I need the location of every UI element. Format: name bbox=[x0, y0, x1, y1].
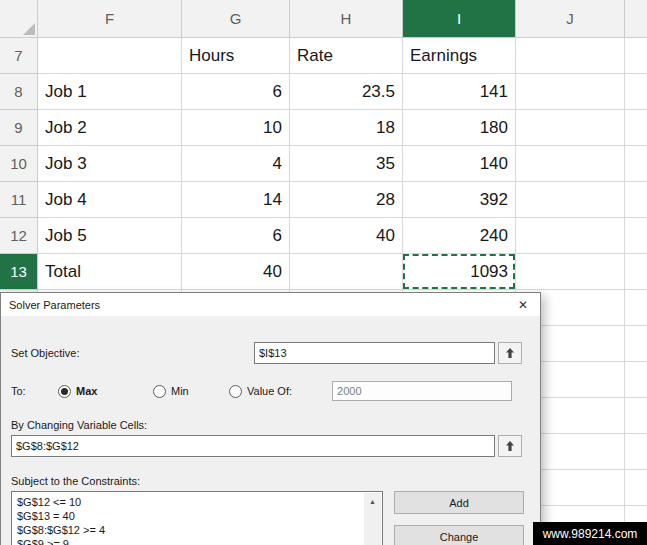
close-icon[interactable]: ✕ bbox=[506, 293, 540, 316]
cell-j12[interactable] bbox=[516, 218, 625, 254]
cell[interactable] bbox=[625, 398, 647, 434]
cell-g11[interactable]: 14 bbox=[182, 182, 290, 218]
cell-j7[interactable] bbox=[516, 38, 625, 74]
cell-h11[interactable]: 28 bbox=[290, 182, 403, 218]
column-header-f[interactable]: F bbox=[38, 0, 182, 38]
dialog-body: Set Objective: To: Max Min Value Of: By … bbox=[1, 342, 540, 545]
cell-g10[interactable]: 4 bbox=[182, 146, 290, 182]
cell-i7[interactable]: Earnings bbox=[403, 38, 516, 74]
solver-parameters-dialog: Solver Parameters ✕ Set Objective: To: M… bbox=[0, 292, 541, 545]
row-header-10[interactable]: 10 bbox=[0, 146, 38, 182]
constraint-item[interactable]: $G$12 <= 10 bbox=[17, 495, 360, 509]
cell[interactable] bbox=[625, 38, 647, 74]
cell-f13[interactable]: Total bbox=[38, 254, 182, 290]
row-header-12[interactable]: 12 bbox=[0, 218, 38, 254]
range-selector-button[interactable] bbox=[498, 435, 522, 457]
column-header-g[interactable]: G bbox=[182, 0, 290, 38]
cell-i8[interactable]: 141 bbox=[403, 74, 516, 110]
grid-row-12: 12 Job 5 6 40 240 bbox=[0, 218, 647, 254]
constraint-item[interactable]: $G$8:$G$12 >= 4 bbox=[17, 523, 360, 537]
cell-f10[interactable]: Job 3 bbox=[38, 146, 182, 182]
active-cell-i13[interactable]: 1093 bbox=[403, 254, 516, 290]
cell[interactable] bbox=[625, 74, 647, 110]
cell-i10[interactable]: 140 bbox=[403, 146, 516, 182]
cell[interactable] bbox=[625, 146, 647, 182]
value-of-radio-option[interactable]: Value Of: bbox=[229, 385, 292, 398]
cell-g13[interactable]: 40 bbox=[182, 254, 290, 290]
row-header-13[interactable]: 13 bbox=[0, 254, 38, 290]
grid-row-7: 7 Hours Rate Earnings bbox=[0, 38, 647, 74]
listbox-scrollbar[interactable]: ▲ bbox=[364, 493, 381, 545]
cell-i9[interactable]: 180 bbox=[403, 110, 516, 146]
min-radio-icon[interactable] bbox=[153, 385, 166, 398]
constraint-buttons: Add Change bbox=[394, 491, 524, 545]
max-radio-label: Max bbox=[76, 385, 97, 397]
change-button[interactable]: Change bbox=[394, 525, 524, 545]
cell[interactable] bbox=[625, 218, 647, 254]
value-of-radio-icon[interactable] bbox=[229, 385, 242, 398]
cell[interactable] bbox=[625, 434, 647, 470]
cell-g7[interactable]: Hours bbox=[182, 38, 290, 74]
add-button[interactable]: Add bbox=[394, 491, 524, 514]
value-of-radio-label: Value Of: bbox=[247, 385, 292, 397]
by-changing-label: By Changing Variable Cells: bbox=[11, 419, 522, 431]
row-header-9[interactable]: 9 bbox=[0, 110, 38, 146]
watermark: www.989214.com bbox=[533, 522, 647, 545]
dialog-title: Solver Parameters bbox=[1, 299, 100, 311]
cell-h13[interactable] bbox=[290, 254, 403, 290]
cell-j11[interactable] bbox=[516, 182, 625, 218]
cell-g12[interactable]: 6 bbox=[182, 218, 290, 254]
cell-h8[interactable]: 23.5 bbox=[290, 74, 403, 110]
cell-f11[interactable]: Job 4 bbox=[38, 182, 182, 218]
cell-f7[interactable] bbox=[38, 38, 182, 74]
dialog-titlebar[interactable]: Solver Parameters ✕ bbox=[1, 293, 540, 316]
constraints-listbox[interactable]: $G$12 <= 10 $G$13 = 40 $G$8:$G$12 >= 4 $… bbox=[11, 491, 383, 545]
cell-i11[interactable]: 392 bbox=[403, 182, 516, 218]
min-radio-label: Min bbox=[171, 385, 189, 397]
column-header-row: F G H I J bbox=[0, 0, 647, 38]
cell[interactable] bbox=[625, 110, 647, 146]
constraint-item[interactable]: $G$13 = 40 bbox=[17, 509, 360, 523]
grid-row-13: 13 Total 40 1093 bbox=[0, 254, 647, 290]
column-header-i[interactable]: I bbox=[403, 0, 516, 38]
column-header-partial[interactable] bbox=[625, 0, 647, 38]
scroll-up-icon[interactable]: ▲ bbox=[364, 493, 381, 510]
grid-row-10: 10 Job 3 4 35 140 bbox=[0, 146, 647, 182]
cell-f12[interactable]: Job 5 bbox=[38, 218, 182, 254]
cell-f9[interactable]: Job 2 bbox=[38, 110, 182, 146]
row-header-7[interactable]: 7 bbox=[0, 38, 38, 74]
set-objective-input[interactable] bbox=[254, 342, 495, 364]
cell-h12[interactable]: 40 bbox=[290, 218, 403, 254]
column-header-j[interactable]: J bbox=[516, 0, 625, 38]
by-changing-input[interactable] bbox=[11, 435, 495, 457]
cell-j10[interactable] bbox=[516, 146, 625, 182]
cell-g9[interactable]: 10 bbox=[182, 110, 290, 146]
select-all-button[interactable] bbox=[0, 0, 38, 38]
cell[interactable] bbox=[625, 254, 647, 290]
cell-g8[interactable]: 6 bbox=[182, 74, 290, 110]
cell-j8[interactable] bbox=[516, 74, 625, 110]
cell[interactable] bbox=[625, 182, 647, 218]
cell-f8[interactable]: Job 1 bbox=[38, 74, 182, 110]
constraints-row: $G$12 <= 10 $G$13 = 40 $G$8:$G$12 >= 4 $… bbox=[11, 491, 522, 545]
set-objective-label: Set Objective: bbox=[11, 347, 254, 359]
cell-j9[interactable] bbox=[516, 110, 625, 146]
value-of-input[interactable] bbox=[332, 381, 512, 401]
max-radio-option[interactable]: Max bbox=[58, 385, 153, 398]
row-header-8[interactable]: 8 bbox=[0, 74, 38, 110]
column-header-h[interactable]: H bbox=[290, 0, 403, 38]
cell-j13[interactable] bbox=[516, 254, 625, 290]
row-header-11[interactable]: 11 bbox=[0, 182, 38, 218]
cell-h10[interactable]: 35 bbox=[290, 146, 403, 182]
range-selector-button[interactable] bbox=[498, 342, 522, 364]
constraint-item[interactable]: $G$9 >= 9 bbox=[17, 537, 360, 545]
cell[interactable] bbox=[625, 362, 647, 398]
cell-h9[interactable]: 18 bbox=[290, 110, 403, 146]
cell-h7[interactable]: Rate bbox=[290, 38, 403, 74]
cell-i12[interactable]: 240 bbox=[403, 218, 516, 254]
min-radio-option[interactable]: Min bbox=[153, 385, 229, 398]
cell[interactable] bbox=[625, 326, 647, 362]
cell[interactable] bbox=[625, 470, 647, 506]
max-radio-icon[interactable] bbox=[58, 385, 71, 398]
cell[interactable] bbox=[625, 290, 647, 326]
